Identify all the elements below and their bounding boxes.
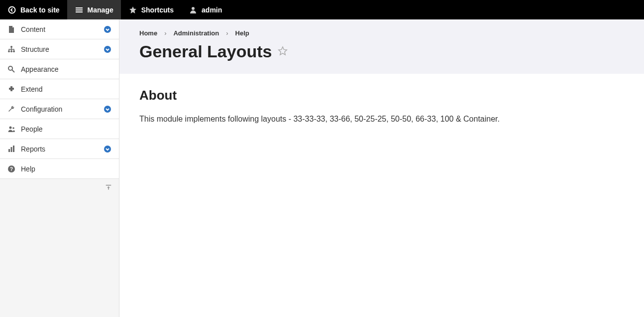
svg-point-11 [8, 66, 12, 70]
chevron-down-icon[interactable] [103, 25, 112, 34]
sidebar-item-structure[interactable]: Structure [0, 39, 119, 59]
sidebar-item-help[interactable]: ? Help [0, 159, 119, 179]
breadcrumb-item-administration[interactable]: Administration [173, 29, 219, 37]
manage-button[interactable]: Manage [67, 0, 121, 19]
breadcrumb-item-help[interactable]: Help [235, 29, 249, 37]
reports-icon [7, 145, 16, 154]
svg-point-5 [104, 26, 111, 33]
shortcuts-button[interactable]: Shortcuts [121, 0, 181, 19]
sidebar-footer [0, 179, 119, 197]
people-icon [7, 125, 16, 134]
svg-rect-1 [76, 7, 83, 8]
svg-rect-3 [76, 11, 83, 12]
sidebar-item-label: People [21, 125, 112, 133]
svg-text:?: ? [10, 166, 13, 172]
svg-point-12 [104, 106, 111, 113]
sidebar-item-reports[interactable]: Reports [0, 139, 119, 159]
svg-point-4 [192, 7, 195, 10]
svg-rect-21 [106, 185, 111, 186]
svg-point-14 [12, 127, 14, 129]
chevron-right-icon: › [226, 29, 228, 37]
shortcuts-label: Shortcuts [141, 6, 174, 14]
page-header-region: Home › Administration › Help General Lay… [119, 19, 644, 74]
sidebar-item-label: Reports [21, 145, 98, 153]
user-menu-button[interactable]: admin [181, 0, 229, 19]
main-content: Home › Administration › Help General Lay… [119, 19, 644, 317]
user-icon [189, 5, 198, 14]
extend-icon [7, 85, 16, 94]
user-label: admin [202, 6, 222, 14]
favorite-star-icon[interactable] [278, 46, 288, 57]
chevron-right-icon: › [164, 29, 166, 37]
chevron-down-icon[interactable] [103, 145, 112, 154]
breadcrumb: Home › Administration › Help [139, 29, 624, 37]
sidebar-item-label: Configuration [21, 105, 98, 113]
svg-point-9 [13, 50, 15, 52]
back-to-site-label: Back to site [20, 6, 60, 14]
sidebar-item-label: Help [21, 165, 112, 173]
about-text: This module implements following layouts… [139, 113, 624, 125]
star-icon [128, 5, 137, 14]
about-heading: About [139, 88, 624, 103]
svg-point-7 [8, 50, 10, 52]
svg-point-13 [9, 126, 12, 129]
svg-point-6 [10, 46, 12, 48]
chevron-down-icon[interactable] [103, 45, 112, 54]
sidebar-item-label: Appearance [21, 65, 112, 73]
svg-point-18 [104, 146, 111, 153]
sidebar-item-label: Content [21, 25, 98, 33]
content-icon [7, 25, 16, 34]
svg-point-8 [10, 50, 12, 52]
wrench-icon [7, 105, 16, 114]
svg-rect-2 [76, 9, 83, 10]
chevron-down-icon[interactable] [103, 105, 112, 114]
sidebar-item-extend[interactable]: Extend [0, 79, 119, 99]
svg-point-0 [9, 6, 15, 13]
back-arrow-icon [7, 5, 16, 14]
appearance-icon [7, 65, 16, 74]
hamburger-icon [75, 5, 84, 14]
breadcrumb-item-home[interactable]: Home [139, 29, 157, 37]
page-title: General Layouts [139, 42, 272, 61]
page-body: About This module implements following l… [119, 74, 644, 139]
sidebar-item-appearance[interactable]: Appearance [0, 59, 119, 79]
svg-rect-15 [8, 149, 10, 152]
admin-menu-sidebar: Content Structure Appearance [0, 19, 119, 317]
svg-point-10 [104, 46, 111, 53]
svg-rect-17 [13, 146, 14, 152]
svg-rect-16 [11, 147, 12, 152]
sidebar-item-configuration[interactable]: Configuration [0, 99, 119, 119]
sidebar-item-label: Extend [21, 85, 112, 93]
collapse-sidebar-icon[interactable] [105, 184, 112, 192]
sidebar-item-content[interactable]: Content [0, 19, 119, 39]
structure-icon [7, 45, 16, 54]
sidebar-item-label: Structure [21, 45, 98, 53]
help-icon: ? [7, 164, 16, 173]
back-to-site-button[interactable]: Back to site [0, 0, 67, 19]
manage-label: Manage [88, 6, 113, 14]
sidebar-item-people[interactable]: People [0, 119, 119, 139]
admin-toolbar: Back to site Manage Shortcuts admin [0, 0, 644, 19]
